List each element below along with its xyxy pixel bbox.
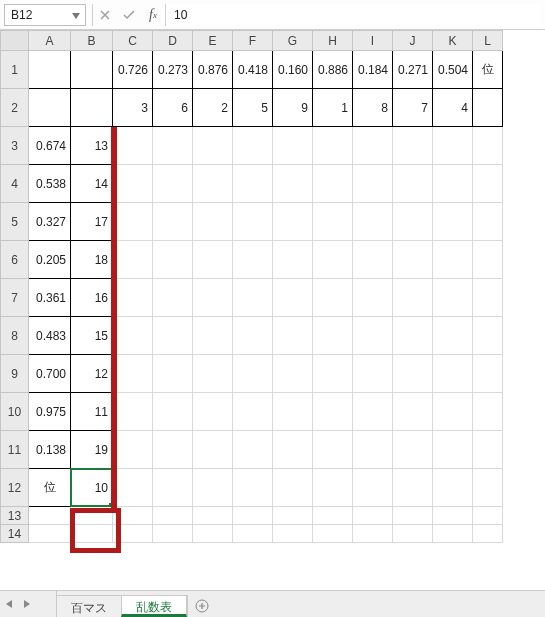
cell-E13[interactable]: [193, 507, 233, 525]
col-header-C[interactable]: C: [113, 31, 153, 51]
cell-E9[interactable]: [193, 355, 233, 393]
cell-H13[interactable]: [313, 507, 353, 525]
col-header-I[interactable]: I: [353, 31, 393, 51]
cell-B6[interactable]: 18: [71, 241, 113, 279]
cell-E12[interactable]: [193, 469, 233, 507]
cell-F13[interactable]: [233, 507, 273, 525]
cell-G14[interactable]: [273, 525, 313, 543]
cell-B7[interactable]: 16: [71, 279, 113, 317]
cell-I10[interactable]: [353, 393, 393, 431]
cell-C8[interactable]: [113, 317, 153, 355]
cell-H10[interactable]: [313, 393, 353, 431]
col-header-H[interactable]: H: [313, 31, 353, 51]
row-header-8[interactable]: 8: [1, 317, 29, 355]
cell-D2[interactable]: 6: [153, 89, 193, 127]
cell-G2[interactable]: 9: [273, 89, 313, 127]
cell-B5[interactable]: 17: [71, 203, 113, 241]
cell-K1[interactable]: 0.504: [433, 51, 473, 89]
cell-F7[interactable]: [233, 279, 273, 317]
row-header-10[interactable]: 10: [1, 393, 29, 431]
cell-G13[interactable]: [273, 507, 313, 525]
cell-J7[interactable]: [393, 279, 433, 317]
cell-A1[interactable]: [29, 51, 71, 89]
cell-G4[interactable]: [273, 165, 313, 203]
cell-H7[interactable]: [313, 279, 353, 317]
cell-D1[interactable]: 0.273: [153, 51, 193, 89]
row-header-6[interactable]: 6: [1, 241, 29, 279]
cell-L9[interactable]: [473, 355, 503, 393]
cell-L1[interactable]: 位: [473, 51, 503, 89]
cell-F14[interactable]: [233, 525, 273, 543]
cell-L11[interactable]: [473, 431, 503, 469]
cell-C9[interactable]: [113, 355, 153, 393]
cell-G1[interactable]: 0.160: [273, 51, 313, 89]
cell-J8[interactable]: [393, 317, 433, 355]
cell-L14[interactable]: [473, 525, 503, 543]
cell-C3[interactable]: [113, 127, 153, 165]
cell-I12[interactable]: [353, 469, 393, 507]
cell-J6[interactable]: [393, 241, 433, 279]
cell-C1[interactable]: 0.726: [113, 51, 153, 89]
confirm-icon[interactable]: [117, 4, 141, 26]
cell-I2[interactable]: 8: [353, 89, 393, 127]
row-header-2[interactable]: 2: [1, 89, 29, 127]
cell-A8[interactable]: 0.483: [29, 317, 71, 355]
cell-C5[interactable]: [113, 203, 153, 241]
cell-E8[interactable]: [193, 317, 233, 355]
cell-H5[interactable]: [313, 203, 353, 241]
cell-A12[interactable]: 位: [29, 469, 71, 507]
row-header-5[interactable]: 5: [1, 203, 29, 241]
cell-D12[interactable]: [153, 469, 193, 507]
cell-K14[interactable]: [433, 525, 473, 543]
cell-F6[interactable]: [233, 241, 273, 279]
cell-B10[interactable]: 11: [71, 393, 113, 431]
col-header-K[interactable]: K: [433, 31, 473, 51]
cell-G3[interactable]: [273, 127, 313, 165]
cell-F12[interactable]: [233, 469, 273, 507]
cell-F2[interactable]: 5: [233, 89, 273, 127]
cell-K5[interactable]: [433, 203, 473, 241]
row-header-9[interactable]: 9: [1, 355, 29, 393]
col-header-D[interactable]: D: [153, 31, 193, 51]
cell-K9[interactable]: [433, 355, 473, 393]
row-header-12[interactable]: 12: [1, 469, 29, 507]
cell-B11[interactable]: 19: [71, 431, 113, 469]
cell-L10[interactable]: [473, 393, 503, 431]
cell-J4[interactable]: [393, 165, 433, 203]
cell-I4[interactable]: [353, 165, 393, 203]
cell-L3[interactable]: [473, 127, 503, 165]
cell-I3[interactable]: [353, 127, 393, 165]
cell-J5[interactable]: [393, 203, 433, 241]
cell-A14[interactable]: [29, 525, 71, 543]
name-box[interactable]: B12: [4, 4, 86, 26]
cell-I7[interactable]: [353, 279, 393, 317]
fx-icon[interactable]: fx: [141, 4, 165, 26]
cell-D6[interactable]: [153, 241, 193, 279]
cell-K2[interactable]: 4: [433, 89, 473, 127]
worksheet-grid[interactable]: ABCDEFGHIJKL10.7260.2730.8760.4180.1600.…: [0, 30, 545, 591]
cell-E3[interactable]: [193, 127, 233, 165]
cell-K8[interactable]: [433, 317, 473, 355]
cell-G10[interactable]: [273, 393, 313, 431]
cell-K6[interactable]: [433, 241, 473, 279]
col-header-J[interactable]: J: [393, 31, 433, 51]
col-header-E[interactable]: E: [193, 31, 233, 51]
select-all-corner[interactable]: [1, 31, 29, 51]
cell-F9[interactable]: [233, 355, 273, 393]
cell-C11[interactable]: [113, 431, 153, 469]
cell-J9[interactable]: [393, 355, 433, 393]
cell-B1[interactable]: [71, 51, 113, 89]
cell-K12[interactable]: [433, 469, 473, 507]
cell-A9[interactable]: 0.700: [29, 355, 71, 393]
cell-D9[interactable]: [153, 355, 193, 393]
cell-H6[interactable]: [313, 241, 353, 279]
cell-B3[interactable]: 13: [71, 127, 113, 165]
cell-G6[interactable]: [273, 241, 313, 279]
cell-J2[interactable]: 7: [393, 89, 433, 127]
row-header-7[interactable]: 7: [1, 279, 29, 317]
cell-F11[interactable]: [233, 431, 273, 469]
cell-H12[interactable]: [313, 469, 353, 507]
cell-I8[interactable]: [353, 317, 393, 355]
cell-K10[interactable]: [433, 393, 473, 431]
cell-K7[interactable]: [433, 279, 473, 317]
